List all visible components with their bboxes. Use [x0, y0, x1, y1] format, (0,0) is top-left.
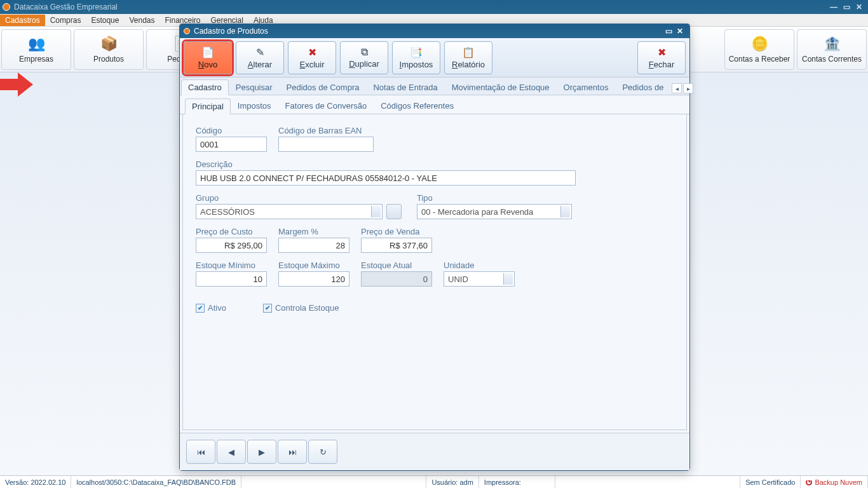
tab-scroll-left[interactable]: ◂	[672, 83, 682, 93]
refresh-icon	[806, 479, 812, 485]
margem-label: Margem %	[278, 227, 349, 236]
preco-custo-input[interactable]	[196, 238, 267, 253]
tab-scroll-right[interactable]: ▸	[683, 83, 693, 93]
ean-input[interactable]	[278, 137, 374, 152]
preco-venda-input[interactable]	[361, 238, 432, 253]
subtab-impostos[interactable]: Impostos	[231, 98, 278, 114]
ean-label: Código de Barras EAN	[278, 126, 374, 135]
checkbox-checked-icon: ✔	[263, 304, 272, 313]
est-max-input[interactable]	[278, 271, 349, 287]
controla-estoque-checkbox[interactable]: ✔Controla Estoque	[263, 303, 339, 313]
nav-last-button[interactable]: ⏭	[278, 440, 307, 464]
nav-refresh-button[interactable]: ↻	[308, 440, 337, 464]
subtab-fatores[interactable]: Fatores de Conversão	[278, 98, 374, 114]
status-versao: Versão: 2022.02.10	[0, 476, 71, 488]
status-impressora: Impressora:	[479, 476, 555, 488]
minimize-button[interactable]: —	[827, 3, 840, 11]
menu-vendas[interactable]: Vendas	[124, 15, 159, 26]
est-min-label: Estoque Mínimo	[196, 261, 267, 270]
produto-dialog: Cadastro de Produtos ▭ ✕ 📄Novo ✎Alterar …	[179, 24, 690, 471]
impostos-button[interactable]: 📑Impostos	[392, 41, 440, 74]
tab-pesquisar[interactable]: Pesquisar	[229, 79, 280, 95]
est-atual-input	[361, 271, 432, 287]
dialog-toolbar: 📄Novo ✎Alterar ✖Excluir ⧉Duplicar 📑Impos…	[180, 38, 689, 78]
excluir-button[interactable]: ✖Excluir	[288, 41, 336, 74]
unidade-select[interactable]: UNID	[444, 271, 515, 287]
coins-icon: 🪙	[751, 36, 768, 52]
statusbar: Versão: 2022.02.10 localhost/3050:C:\Dat…	[0, 475, 868, 488]
preco-venda-label: Preço de Venda	[361, 227, 432, 236]
status-usuario: Usuário: adm	[426, 476, 478, 488]
ativo-checkbox[interactable]: ✔Ativo	[196, 303, 226, 313]
est-max-label: Estoque Máximo	[278, 261, 349, 270]
subtab-principal[interactable]: Principal	[185, 98, 231, 114]
nav-first-button[interactable]: ⏮	[186, 440, 215, 464]
app-icon	[3, 3, 10, 11]
menu-cadastros[interactable]: Cadastros	[0, 15, 45, 26]
tab-orcamentos[interactable]: Orçamentos	[557, 79, 616, 95]
status-backup[interactable]: Backup Nuvem	[801, 476, 868, 488]
codigo-label: Código	[196, 126, 267, 135]
codigo-input[interactable]	[196, 137, 267, 152]
tipo-label: Tipo	[417, 193, 572, 203]
est-min-input[interactable]	[196, 271, 267, 287]
grupo-label: Grupo	[196, 193, 402, 203]
tab-movimentacao[interactable]: Movimentação de Estoque	[445, 79, 557, 95]
descricao-input[interactable]	[196, 170, 576, 186]
subtab-codigos-ref[interactable]: Códigos Referentes	[374, 98, 461, 114]
record-navigator: ⏮ ◀ ▶ ⏭ ↻	[180, 433, 689, 470]
status-db: localhost/3050:C:\Datacaixa_FAQ\BD\BANCO…	[71, 476, 241, 488]
duplicar-button[interactable]: ⧉Duplicar	[340, 41, 388, 74]
novo-button[interactable]: 📄Novo	[184, 41, 232, 74]
grupo-select[interactable]: ACESSÓRIOS	[196, 204, 383, 219]
tab-notas-entrada[interactable]: Notas de Entrada	[366, 79, 444, 95]
delete-icon: ✖	[308, 46, 316, 58]
tab-pedidos-compra[interactable]: Pedidos de Compra	[280, 79, 367, 95]
close-icon: ✖	[658, 46, 666, 58]
nav-prev-button[interactable]: ◀	[217, 440, 246, 464]
pencil-icon: ✎	[256, 46, 264, 58]
people-icon: 👥	[28, 36, 45, 52]
tax-icon: 📑	[410, 46, 423, 58]
dialog-icon	[184, 28, 190, 34]
dialog-restore-button[interactable]: ▭	[663, 27, 674, 36]
margem-input[interactable]	[278, 238, 349, 253]
status-certificado: Sem Certificado	[740, 476, 801, 488]
copy-icon: ⧉	[361, 46, 368, 58]
preco-custo-label: Preço de Custo	[196, 227, 267, 236]
alterar-button[interactable]: ✎Alterar	[236, 41, 284, 74]
safe-icon: 🏦	[824, 36, 841, 52]
tab-cadastro[interactable]: Cadastro	[181, 79, 229, 95]
dialog-close-button[interactable]: ✕	[674, 27, 686, 36]
box-icon: 📦	[100, 36, 118, 52]
close-button[interactable]: ✕	[853, 3, 865, 11]
report-icon: 📋	[462, 46, 475, 58]
menu-compras[interactable]: Compras	[45, 15, 86, 26]
dialog-tabs: Cadastro Pesquisar Pedidos de Compra Not…	[180, 78, 689, 95]
relatorio-button[interactable]: 📋Relatório	[444, 41, 492, 74]
dialog-subtabs: Principal Impostos Fatores de Conversão …	[180, 95, 689, 114]
toolbar-contas-correntes[interactable]: 🏦Contas Correntes	[797, 29, 867, 70]
unidade-label: Unidade	[444, 261, 515, 270]
toolbar-contas-receber[interactable]: 🪙Contas a Receber	[724, 29, 794, 70]
dialog-title: Cadastro de Produtos	[194, 27, 268, 36]
checkbox-checked-icon: ✔	[196, 304, 205, 313]
form-principal: Código Código de Barras EAN Descrição Gr…	[182, 114, 687, 430]
nav-next-button[interactable]: ▶	[247, 440, 276, 464]
tipo-select[interactable]: 00 - Mercadoria para Revenda	[417, 204, 572, 219]
maximize-button[interactable]: ▭	[840, 3, 853, 11]
grupo-lookup-button[interactable]	[386, 204, 402, 219]
dialog-titlebar: Cadastro de Produtos ▭ ✕	[180, 24, 689, 38]
app-titlebar: Datacaixa Gestão Empresarial — ▭ ✕	[0, 0, 868, 14]
menu-estoque[interactable]: Estoque	[86, 15, 124, 26]
fechar-button[interactable]: ✖Fechar	[637, 41, 686, 74]
file-new-icon: 📄	[201, 46, 214, 58]
app-title: Datacaixa Gestão Empresarial	[14, 3, 118, 11]
toolbar-empresas[interactable]: 👥Empresas	[1, 29, 71, 70]
toolbar-produtos[interactable]: 📦Produtos	[74, 29, 144, 70]
tab-pedidos-truncated[interactable]: Pedidos de	[615, 79, 670, 95]
descricao-label: Descrição	[196, 159, 674, 169]
est-atual-label: Estoque Atual	[361, 261, 432, 270]
